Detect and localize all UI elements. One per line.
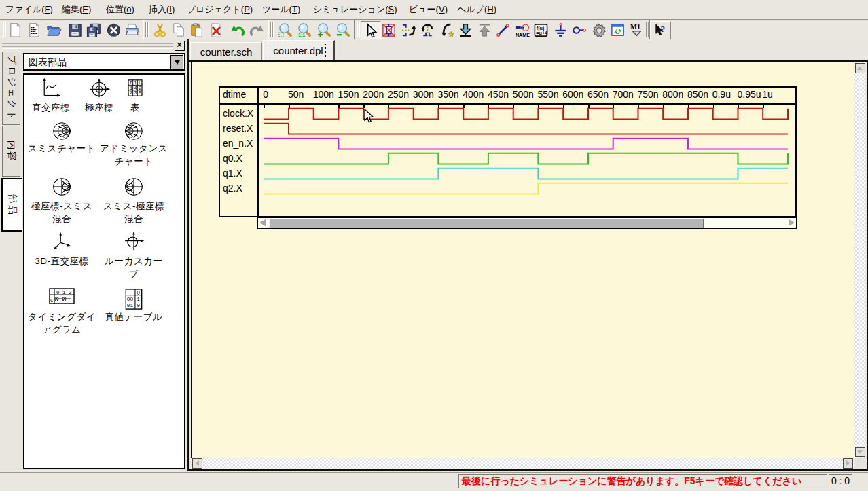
document-tab-counter-dpl[interactable]: counter.dpl [263,40,335,60]
save-all-button[interactable] [84,21,103,39]
paste-button[interactable] [187,21,206,39]
redo-button[interactable] [247,21,266,39]
save-icon [67,22,83,38]
component-item-polar-smith[interactable]: 極座標-スミス 混合 [24,175,100,225]
timing-diagram[interactable]: dtime050n100n150n200n250n300n350n400n450… [219,86,797,229]
scroll-up-button[interactable] [855,63,865,73]
menu-file[interactable]: ファイル(F) [5,0,53,18]
copy-icon [171,22,187,38]
diagram-scroll-left-button[interactable] [258,218,268,227]
admittance-smith-icon [122,120,145,143]
menu-insert[interactable]: 挿入(I) [149,0,175,18]
arrow-up-icon [857,67,863,70]
simulate-icon [591,22,607,38]
diagram-scroll-right-button[interactable] [786,218,796,227]
waveform-q0.X [264,153,788,164]
insert-ground-button[interactable] [551,21,570,39]
component-item-smith-chart[interactable]: スミスチャート [24,120,100,155]
component-item-cartesian[interactable]: 直交座標 [25,77,77,114]
menu-project[interactable]: プロジェクト(P) [187,0,253,18]
zoom-fit-button[interactable] [276,21,295,39]
component-item-admittance-smith[interactable]: アドミッタンス チャート [96,120,172,168]
arrow-down-icon [857,450,863,454]
canvas-horizontal-scrollbar[interactable] [191,458,854,469]
menu-view[interactable]: ビュー(V) [409,0,448,18]
set-marker-button[interactable] [627,21,646,39]
toolbar-separator [354,20,355,39]
component-item-cartesian-3d[interactable]: 3D-直交座標 [24,230,100,268]
wire-label-button[interactable] [512,21,531,39]
mirror-x-axis-button[interactable] [399,21,418,39]
diagram-scrollbar[interactable] [257,217,797,229]
zoom-out-button[interactable] [333,21,352,39]
canvas-vertical-scrollbar[interactable] [854,62,865,458]
new-text-button[interactable] [24,21,43,39]
menu-position[interactable]: 位置(o) [106,0,134,18]
sidebar-tab-projects[interactable]: プロジェクト [2,52,20,125]
component-item-smith-polar[interactable]: スミス-極座標 混合 [96,175,172,225]
undo-button[interactable] [228,21,247,39]
cut-icon [152,22,168,38]
component-item-table[interactable]: 表 [116,77,154,114]
component-item-locus-curve[interactable]: ルーカスカー ブ [96,230,172,280]
paste-icon [189,22,205,38]
toolbar-handle[interactable] [270,22,274,37]
insert-port-icon [571,22,587,38]
print-button[interactable] [122,21,141,39]
new-document-button[interactable] [5,21,24,39]
select-button[interactable] [361,21,381,40]
menu-edit[interactable]: 編集(E) [62,0,91,18]
diagram-scrollbar-handle[interactable] [269,219,704,228]
zoom-1-1-button[interactable] [295,21,314,39]
close-button[interactable] [104,21,123,39]
toolbar-handle[interactable] [145,22,149,37]
delete-button[interactable] [206,21,225,39]
menu-help[interactable]: ヘルプ(H) [457,0,496,18]
view-data-display-button[interactable] [608,21,627,39]
component-item-polar[interactable]: 極座標 [76,77,122,114]
zoom-in-icon [317,22,332,38]
document-tab-counter-sch[interactable]: counter.sch [190,42,262,60]
mirror-y-axis-button[interactable] [437,21,456,39]
wire-label-icon [514,22,530,38]
toolbar-handle[interactable] [357,22,360,37]
open-button[interactable] [44,21,63,39]
insert-port-button[interactable] [569,21,588,39]
deactivate-icon [381,22,397,38]
deactivate-button[interactable] [379,21,398,39]
simulate-button[interactable] [589,21,608,39]
component-category-combobox[interactable]: 図表部品 [23,53,185,71]
go-into-subcircuit-button[interactable] [456,21,475,39]
cut-button[interactable] [150,21,169,39]
waveform-reset.X [264,124,788,134]
sidebar-tab-components[interactable]: 部品 [1,178,22,232]
zoom-in-button[interactable] [314,21,333,39]
dock-close-button[interactable]: × [175,41,185,51]
sidebar-tab-content[interactable]: 内容 [2,126,20,177]
undo-icon [230,22,245,38]
timing-diagram-icon [48,287,75,305]
copy-button[interactable] [169,21,188,39]
dock-handle[interactable] [2,46,173,49]
component-item-truth-table[interactable]: 真値テーブル [96,287,172,323]
schematic-canvas[interactable]: dtime050n100n150n200n250n300n350n400n450… [191,62,854,458]
insert-equation-button[interactable] [531,21,550,39]
menu-tools[interactable]: ツール(T) [262,0,300,18]
scroll-down-button[interactable] [855,447,865,457]
whats-this-button[interactable] [651,21,671,40]
set-marker-icon [629,22,645,38]
print-icon [124,22,140,38]
menu-simulation[interactable]: シミュレーション(S) [313,0,397,18]
rotate-button[interactable] [418,21,437,39]
combobox-dropdown-button[interactable] [170,55,183,70]
scroll-left-button[interactable] [192,458,202,469]
pop-out-button[interactable] [475,21,494,39]
save-button[interactable] [65,21,84,39]
scroll-right-button[interactable] [843,458,853,469]
sidebar-tab-label: 部品 [6,194,18,216]
component-item-label: スミス-極座標 混合 [96,200,172,225]
arrow-left-icon [260,219,266,226]
insert-wire-button[interactable] [493,21,512,39]
component-item-timing-diagram[interactable]: タイミングダイ アグラム [24,287,100,336]
waveforms [219,86,797,217]
